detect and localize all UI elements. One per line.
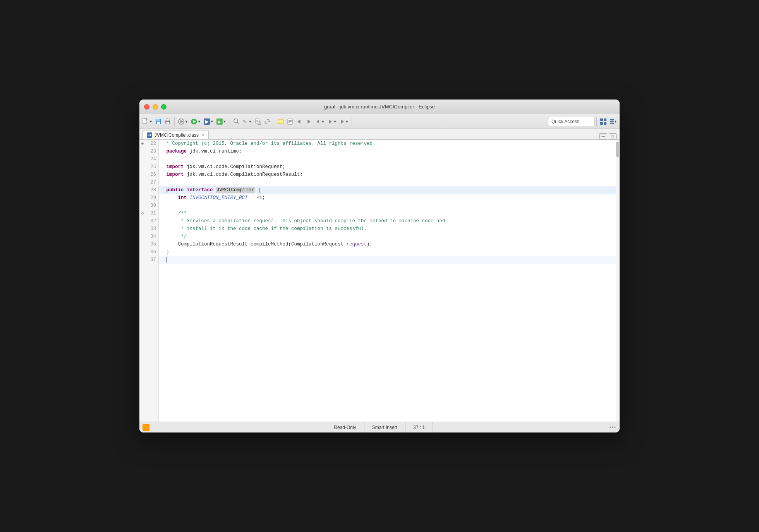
maximize-button[interactable]: [161, 104, 167, 110]
code-line-31: /**: [159, 209, 620, 217]
maximize-editor-button[interactable]: □: [609, 133, 616, 139]
svg-marker-48: [615, 120, 616, 123]
statusbar: ) Read-Only Smart Insert 37 : 1 •••: [139, 422, 620, 432]
read-only-label: Read-Only: [334, 425, 356, 430]
line-numbers: ⊕ 22 23 24 25 26 27 28 29 30: [139, 140, 159, 422]
line-number-29: 29: [139, 194, 158, 202]
tab-label: JVMCICompiler.class: [155, 132, 199, 138]
rss-icon: ): [143, 424, 149, 431]
svg-marker-33: [297, 120, 300, 124]
code-line-26: import jdk.vm.ci.code.CompilationRequest…: [159, 171, 620, 178]
svg-rect-43: [600, 122, 603, 125]
statusbar-left: ): [139, 424, 153, 431]
line-number-28: 28: [139, 186, 158, 194]
svg-marker-27: [265, 121, 266, 123]
line-number-32: 32: [139, 217, 158, 225]
sep2: [230, 117, 230, 126]
line-number-34: 34: [139, 233, 158, 240]
sync-button[interactable]: [263, 116, 272, 127]
sep4: [352, 117, 352, 126]
print-button[interactable]: [163, 116, 172, 127]
svg-text:▶: ▶: [218, 120, 221, 124]
mark-button[interactable]: [285, 116, 295, 127]
forward-button[interactable]: ▼: [326, 116, 338, 127]
debug-button[interactable]: ▶ ▼: [202, 116, 215, 127]
code-line-36: }: [159, 248, 620, 256]
editor-controls: — □: [599, 133, 616, 139]
line-number-26: 26: [139, 171, 158, 178]
svg-rect-28: [278, 120, 283, 124]
editor-wrapper: ⊕ 22 23 24 25 26 27 28 29 30: [139, 140, 620, 422]
run-button[interactable]: ▼: [189, 116, 202, 127]
read-only-status: Read-Only: [326, 422, 364, 433]
line-number-27: 27: [139, 178, 158, 186]
statusbar-sections: Read-Only Smart Insert 37 : 1: [153, 422, 606, 433]
svg-marker-26: [268, 120, 270, 122]
code-line-28: public interface JVMCICompiler {: [159, 186, 620, 194]
tab-close-button[interactable]: ✕: [201, 132, 204, 137]
open-resource-button[interactable]: [253, 116, 263, 127]
navigate-prev-button[interactable]: [295, 116, 304, 127]
run-toolbar-group: ▼ ▼ ▶ ▼ ▶ ▼: [177, 116, 228, 127]
collapse-31[interactable]: ⊖: [140, 211, 145, 216]
coverage-button[interactable]: ▶ ▼: [215, 116, 228, 127]
open-perspective-button[interactable]: [599, 116, 608, 127]
perspective-list-button[interactable]: [609, 116, 618, 127]
svg-text:✎: ✎: [243, 119, 247, 125]
highlight-button[interactable]: [276, 116, 285, 127]
external-tools-button[interactable]: ▼: [177, 116, 189, 127]
position-status: 37 : 1: [405, 422, 433, 433]
line-number-25: 25: [139, 163, 158, 171]
code-line-32: * Services a compilation request. This o…: [159, 217, 620, 225]
back-button[interactable]: ▼: [314, 116, 326, 127]
save-button[interactable]: [154, 116, 163, 127]
svg-line-18: [237, 122, 239, 124]
vertical-scrollbar[interactable]: [616, 140, 620, 422]
svg-rect-5: [157, 122, 160, 124]
svg-point-17: [234, 119, 238, 123]
refactor-button[interactable]: ✎ ▼: [241, 116, 253, 127]
statusbar-dots: •••: [606, 425, 620, 430]
close-button[interactable]: [144, 104, 149, 110]
eclipse-window: graal - jdk.vm.ci.runtime.JVMCICompiler …: [139, 100, 620, 432]
line-number-23: 23: [139, 148, 158, 155]
quick-access-input[interactable]: Quick Access: [548, 117, 594, 126]
svg-rect-46: [610, 121, 614, 122]
svg-marker-10: [180, 120, 183, 123]
svg-rect-4: [156, 119, 160, 121]
code-line-24: [159, 155, 620, 163]
code-line-27: [159, 178, 620, 186]
insert-mode-status: Smart Insert: [364, 422, 405, 433]
line-number-22: ⊕ 22: [139, 140, 158, 148]
sep5: [596, 117, 597, 126]
svg-rect-42: [604, 118, 606, 121]
file-tab[interactable]: 01 JVMCICompiler.class ✕: [143, 130, 209, 139]
code-line-30: [159, 202, 620, 209]
collapse-22[interactable]: ⊕: [140, 141, 145, 146]
search-toolbar-group: ✎ ▼: [232, 116, 272, 127]
svg-text:▶: ▶: [205, 119, 209, 124]
scrollbar-thumb[interactable]: [616, 142, 619, 157]
code-line-29: int INVOCATION_ENTRY_BCI = -1;: [159, 194, 620, 202]
toolbar: ▼ ▼ ▼ ▶ ▼ ▶: [139, 114, 620, 129]
code-line-33: * install it in the code cache if the co…: [159, 225, 620, 233]
code-line-37: [159, 256, 620, 264]
svg-marker-39: [341, 120, 344, 124]
next-button[interactable]: ▼: [338, 116, 350, 127]
navigate-next-button[interactable]: [304, 116, 313, 127]
code-line-23: package jdk.vm.ci.runtime;: [159, 148, 620, 155]
insert-mode-label: Smart Insert: [372, 425, 397, 430]
minimize-button[interactable]: [153, 104, 158, 110]
line-number-36: 36: [139, 248, 158, 256]
code-editor[interactable]: * Copyright (c) 2015, Oracle and/or its …: [159, 140, 620, 422]
svg-marker-38: [329, 120, 332, 124]
line-number-37: 37: [139, 256, 158, 264]
minimize-editor-button[interactable]: —: [599, 133, 607, 139]
search-button[interactable]: [232, 116, 241, 127]
line-number-24: 24: [139, 155, 158, 163]
svg-rect-41: [600, 118, 603, 121]
svg-rect-7: [166, 119, 169, 121]
history-toolbar-group: ▼ ▼ ▼: [314, 116, 350, 127]
svg-line-25: [260, 124, 261, 124]
new-button[interactable]: ▼: [141, 116, 154, 127]
